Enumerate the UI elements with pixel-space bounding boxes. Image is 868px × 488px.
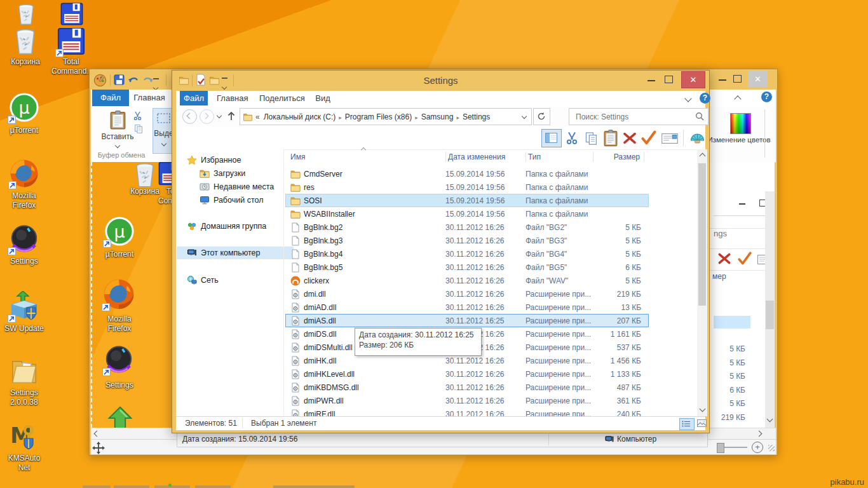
file-row[interactable]: dmi.dll 30.11.2012 16:26 Расширение при.… — [285, 287, 649, 301]
breadcrumb-dropdown-icon[interactable] — [522, 114, 527, 119]
sidebar-item-network[interactable]: Сеть — [177, 274, 294, 287]
close-button[interactable]: ✕ — [748, 71, 768, 87]
tab-главная[interactable]: Главная — [217, 91, 247, 105]
delete-icon[interactable] — [622, 131, 637, 146]
recent-pages-dropdown-icon[interactable] — [217, 113, 222, 118]
qat-properties-icon[interactable] — [196, 74, 206, 86]
cut-icon[interactable] — [566, 130, 578, 146]
copy-icon[interactable] — [585, 131, 599, 146]
search-box[interactable] — [569, 108, 709, 125]
canvas-utorrent-icon[interactable]: µ — [104, 216, 135, 247]
sw-update-icon[interactable] — [9, 291, 39, 322]
sidebar-item-this-pc[interactable]: Этот компьютер — [177, 247, 294, 259]
maximize-button[interactable] — [665, 76, 673, 83]
recycle-bin-icon[interactable] — [15, 3, 37, 26]
file-row[interactable]: BgBlnk.bg3 30.11.2012 16:26 Файл "BG3" 5… — [285, 234, 649, 247]
search-input[interactable] — [574, 110, 685, 123]
paint-canvas[interactable]: КорзинаTot CommaµµTorrentMozilla Firefox… — [91, 162, 172, 428]
canvas-firefox-icon[interactable] — [103, 278, 135, 310]
qat-folder-icon[interactable] — [179, 76, 189, 85]
file-row[interactable]: dmiPWR.dll 30.11.2012 16:26 Расширение п… — [285, 394, 649, 407]
file-row[interactable]: BgBlnk.bg5 30.11.2012 16:26 Файл "BG5" 6… — [285, 261, 649, 274]
desktop-icon-label[interactable]: KMSAuto Net — [0, 454, 53, 472]
expand-ribbon-icon[interactable] — [684, 95, 691, 102]
tab-вид[interactable]: Вид — [313, 91, 333, 105]
help-icon[interactable]: ? — [700, 93, 710, 104]
help-icon[interactable]: ? — [761, 92, 772, 102]
up-button[interactable] — [226, 111, 236, 122]
breadcrumb-segment[interactable]: Program Files (x86) — [342, 112, 414, 121]
file-row[interactable]: dmiAS.dll 30.11.2012 16:25 Расширение пр… — [285, 314, 649, 327]
file-row[interactable]: BgBlnk.bg4 30.11.2012 16:26 Файл "BG4" 5… — [285, 247, 649, 261]
column-header[interactable]: Тип — [526, 152, 593, 161]
back-button[interactable] — [182, 109, 197, 124]
settings-knob-icon[interactable] — [9, 224, 39, 254]
file-row[interactable]: dmiHKLevel.dll 30.11.2012 16:26 Расширен… — [285, 367, 649, 381]
scroll-down-icon[interactable] — [700, 406, 706, 412]
maximize-button[interactable] — [733, 75, 742, 83]
scroll-right-icon[interactable] — [756, 431, 763, 437]
total-commander-icon[interactable] — [60, 2, 84, 26]
sidebar-item-favorites[interactable]: Избранное — [177, 154, 294, 166]
column-header[interactable]: Размер — [593, 152, 644, 161]
desktop-icon-label[interactable]: Settings 2.0.0.38 — [0, 388, 53, 407]
canvas-settings-knob-icon[interactable] — [104, 344, 134, 375]
scroll-up-icon[interactable] — [700, 153, 706, 159]
file-row[interactable]: dmiAD.dll 30.11.2012 16:26 Расширение пр… — [285, 301, 649, 314]
file-row[interactable]: WSABIInstaller 15.09.2014 19:56 Папка с … — [285, 207, 649, 220]
zoom-slider-track[interactable] — [724, 447, 747, 448]
forward-button[interactable] — [200, 109, 214, 124]
minimize-button[interactable] — [648, 80, 655, 81]
desktop-icon-label[interactable]: Mozilla Firefox — [0, 191, 53, 210]
scrollbar[interactable] — [697, 149, 707, 416]
edit-colors-button[interactable]: Изменение цветов — [712, 109, 766, 159]
file-row[interactable]: res 15.09.2014 19:56 Папка с файлами — [285, 180, 649, 194]
preview-pane-button[interactable] — [541, 129, 562, 147]
minimize-button[interactable] — [719, 79, 726, 81]
file-row[interactable]: dmiKBDMSG.dll 30.11.2012 16:26 Расширени… — [285, 381, 649, 394]
canvas-green-arrow-icon[interactable] — [106, 405, 134, 428]
total-commander-icon[interactable] — [57, 27, 86, 56]
file-row[interactable]: SOSI 15.09.2014 19:56 Папка с файлами — [285, 194, 649, 207]
mail-icon[interactable] — [661, 133, 678, 144]
recycle-bin-icon[interactable] — [11, 28, 39, 56]
confirm-icon[interactable] — [641, 130, 657, 146]
copy-icon[interactable] — [134, 123, 144, 134]
refresh-button[interactable] — [533, 108, 550, 125]
scroll-left-icon[interactable] — [94, 431, 100, 437]
details-view-button[interactable] — [679, 418, 695, 430]
close-button[interactable]: ✕ — [681, 71, 705, 88]
thumbnail-view-button[interactable] — [695, 418, 709, 429]
kmsauto-icon[interactable]: M — [9, 421, 39, 452]
zoom-in-button[interactable]: + — [752, 442, 763, 453]
cut-icon[interactable] — [133, 111, 142, 121]
classic-shell-icon[interactable] — [689, 129, 706, 147]
resize-grip[interactable] — [768, 445, 775, 451]
tab-home[interactable]: Главная — [133, 90, 166, 106]
firefox-icon[interactable] — [10, 159, 39, 188]
desktop-icon-label[interactable]: SW Update — [0, 324, 53, 334]
search-icon[interactable] — [695, 112, 704, 121]
column-header[interactable]: Дата изменения — [445, 152, 526, 161]
file-row[interactable]: BgBlnk.bg2 30.11.2012 16:26 Файл "BG2" 5… — [285, 220, 649, 234]
tab-file[interactable]: Файл — [180, 91, 208, 105]
scrollbar-thumb[interactable] — [698, 163, 706, 306]
paste-icon[interactable] — [604, 130, 618, 147]
breadcrumb-segment[interactable]: Samsung — [419, 112, 456, 121]
redo-icon[interactable] — [142, 74, 154, 85]
file-row[interactable]: CmdServer 15.09.2014 19:56 Папка с файла… — [285, 167, 649, 180]
file-row[interactable]: clickerx 30.11.2012 16:26 Файл "WAV" 5 К… — [285, 274, 649, 287]
qat-newfolder-icon[interactable] — [209, 76, 220, 85]
undo-icon[interactable] — [128, 74, 140, 85]
breadcrumb-segment[interactable]: Settings — [460, 112, 492, 121]
file-row[interactable]: dmiHK.dll 30.11.2012 16:26 Расширение пр… — [285, 354, 649, 367]
desktop-icon-label[interactable]: µTorrent — [0, 126, 53, 135]
file-row[interactable]: dmiRF.dll 30.11.2012 16:26 Расширение пр… — [285, 407, 649, 416]
qat-dropdown-icon[interactable] — [222, 78, 227, 92]
save-icon[interactable] — [114, 74, 125, 85]
settings-folder-icon[interactable] — [10, 357, 39, 386]
breadcrumb[interactable]: « Локальный диск (C:)▸Program Files (x86… — [240, 108, 532, 125]
column-header[interactable]: Имя — [285, 152, 445, 161]
zoom-slider-handle[interactable] — [717, 443, 724, 453]
breadcrumb-segment[interactable]: Локальный диск (C:) — [261, 112, 339, 121]
